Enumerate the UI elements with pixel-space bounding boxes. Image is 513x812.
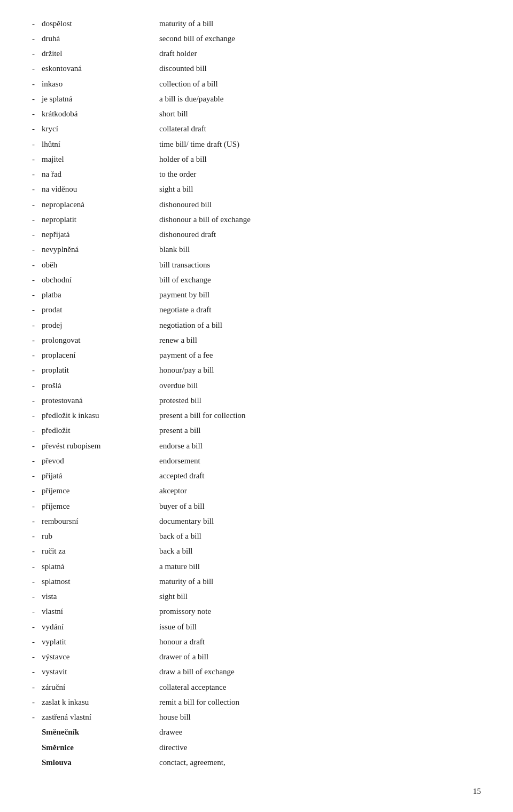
dash: - [32, 46, 42, 61]
list-item: Smlouva conctact, agreement, [32, 755, 481, 770]
dash: - [32, 137, 42, 152]
list-item: - oběh bill transactions [32, 257, 481, 272]
english-term: payment of a fee [159, 348, 481, 363]
list-item: - je splatná a bill is due/payable [32, 91, 481, 106]
dash: - [32, 619, 42, 634]
english-term: bill of exchange [159, 272, 481, 287]
czech-term: Smlouva [42, 755, 159, 770]
list-item: - inkaso collection of a bill [32, 76, 481, 91]
czech-term: majitel [42, 152, 159, 167]
list-item: - platba payment by bill [32, 288, 481, 303]
czech-term: ručit za [42, 544, 159, 559]
dash: - [32, 303, 42, 318]
english-term: back of a bill [159, 529, 481, 544]
czech-term: proplatit [42, 363, 159, 378]
english-term: maturity of a bill [159, 574, 481, 589]
dash: - [32, 710, 42, 725]
czech-term: přijatá [42, 469, 159, 484]
english-term: remit a bill for collection [159, 695, 481, 709]
dash: - [32, 544, 42, 559]
list-item: - vlastní promissory note [32, 604, 481, 619]
czech-term: předložit [42, 423, 159, 438]
english-term: draft holder [159, 46, 481, 61]
czech-term: vlastní [42, 604, 159, 619]
czech-term: výstavce [42, 650, 159, 665]
english-term: directive [159, 740, 481, 755]
english-term: endorse a bill [159, 438, 481, 453]
czech-term: vydání [42, 619, 159, 634]
dash: - [32, 408, 42, 423]
english-term: collateral acceptance [159, 680, 481, 695]
czech-term: je splatná [42, 91, 159, 106]
dash: - [32, 574, 42, 589]
czech-term: lhůtní [42, 137, 159, 152]
dash: - [32, 680, 42, 695]
czech-term: předložit k inkasu [42, 408, 159, 423]
czech-term: prolongovat [42, 333, 159, 348]
dash [32, 740, 42, 755]
list-item: - prodej negotiation of a bill [32, 318, 481, 333]
czech-term: vystavit [42, 665, 159, 680]
list-item: - dospělost maturity of a bill [32, 16, 481, 31]
dash: - [32, 16, 42, 31]
dash: - [32, 634, 42, 649]
dash: - [32, 182, 42, 197]
english-term: negotiate a draft [159, 303, 481, 318]
czech-term: prošlá [42, 378, 159, 393]
english-term: accepted draft [159, 469, 481, 484]
list-item: - proplacení payment of a fee [32, 348, 481, 363]
czech-term: rub [42, 529, 159, 544]
list-item: - neproplatit dishonour a bill of exchan… [32, 212, 481, 227]
czech-term: krycí [42, 122, 159, 137]
dash: - [32, 152, 42, 167]
list-item: - eskontovaná discounted bill [32, 61, 481, 76]
list-item: - vyplatit honour a draft [32, 634, 481, 649]
czech-term: zaslat k inkasu [42, 695, 159, 709]
list-item: - převod endorsement [32, 453, 481, 468]
glossary-table: - dospělost maturity of a bill - druhá s… [32, 16, 481, 770]
czech-term: oběh [42, 257, 159, 272]
list-item: - prodat negotiate a draft [32, 303, 481, 318]
czech-term: krátkodobá [42, 107, 159, 122]
list-item: - držitel draft holder [32, 46, 481, 61]
english-term: a mature bill [159, 559, 481, 574]
dash [32, 755, 42, 770]
dash: - [32, 272, 42, 287]
english-term: discounted bill [159, 61, 481, 76]
english-term: maturity of a bill [159, 16, 481, 31]
list-item: - příjemce akceptor [32, 484, 481, 499]
czech-term: vista [42, 589, 159, 604]
english-term: house bill [159, 710, 481, 725]
czech-term: držitel [42, 46, 159, 61]
english-term: second bill of exchange [159, 31, 481, 46]
english-term: draw a bill of exchange [159, 665, 481, 680]
dash: - [32, 91, 42, 106]
dash: - [32, 197, 42, 212]
czech-term: záruční [42, 680, 159, 695]
english-term: honour/pay a bill [159, 363, 481, 378]
list-item: - vista sight bill [32, 589, 481, 604]
dash: - [32, 257, 42, 272]
english-term: a bill is due/payable [159, 91, 481, 106]
english-term: negotiation of a bill [159, 318, 481, 333]
czech-term: příjemce [42, 499, 159, 514]
english-term: drawee [159, 725, 481, 740]
list-item: - majitel holder of a bill [32, 152, 481, 167]
list-item: - příjemce buyer of a bill [32, 499, 481, 514]
list-item: - splatná a mature bill [32, 559, 481, 574]
english-term: short bill [159, 107, 481, 122]
czech-term: převést rubopisem [42, 438, 159, 453]
english-term: collateral draft [159, 122, 481, 137]
czech-term: obchodní [42, 272, 159, 287]
dash: - [32, 453, 42, 468]
dash: - [32, 31, 42, 46]
czech-term: platba [42, 288, 159, 303]
english-term: back a bill [159, 544, 481, 559]
english-term: dishonoured draft [159, 227, 481, 242]
list-item: - na viděnou sight a bill [32, 182, 481, 197]
czech-term: eskontovaná [42, 61, 159, 76]
dash: - [32, 363, 42, 378]
list-item: - předložit k inkasu present a bill for … [32, 408, 481, 423]
english-term: collection of a bill [159, 76, 481, 91]
czech-term: Směrnice [42, 740, 159, 755]
